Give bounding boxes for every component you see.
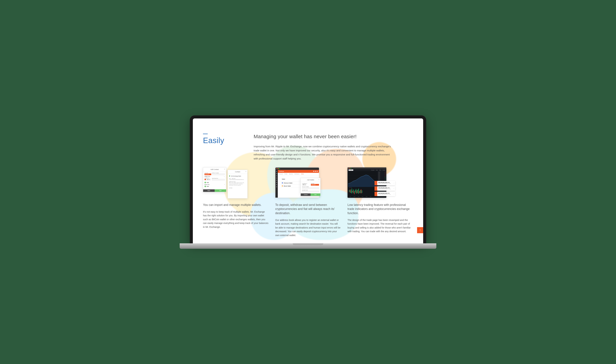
sidebar-icon[interactable]: [276, 182, 277, 183]
tab-account[interactable]: Account: [279, 173, 283, 174]
sidebar-icon[interactable]: [276, 178, 277, 179]
card-badge-icon: [375, 186, 377, 191]
card-badge-icon: [375, 181, 377, 185]
window-titlebar: [275, 168, 319, 170]
trade-toolbar: LTC/BTC Compare Chart Draw Studies: [348, 169, 386, 171]
header-icon[interactable]: [315, 171, 316, 172]
svg-text:14:00: 14:00: [370, 196, 371, 197]
card-badge-icon: [375, 192, 377, 196]
secret-key-input[interactable]: [302, 191, 319, 192]
wallet-name-input[interactable]: [302, 187, 319, 189]
feature-title: Low latency trading feature with profess…: [348, 203, 413, 215]
svg-rect-13: [357, 190, 357, 193]
pair-selector[interactable]: LTC/BTC: [348, 169, 353, 171]
feature-wallets-illustration: Add Contact × COLOR #FFC0C2: [203, 167, 268, 199]
destination-input[interactable]: [212, 179, 225, 181]
header-icon[interactable]: [317, 171, 318, 172]
sidebar-icon[interactable]: [276, 171, 277, 172]
svg-rect-12: [356, 189, 356, 193]
feature-body: It's not easy to keep track of multiple …: [203, 210, 268, 229]
svg-rect-15: [358, 189, 359, 194]
add-bank-row-button[interactable]: + Add: [204, 186, 225, 187]
feature-title: You can import and manage multiple walle…: [203, 203, 268, 207]
svg-rect-8: [352, 191, 353, 192]
feature-body: The design of the trade page has been re…: [348, 218, 413, 233]
display-name-input[interactable]: [212, 173, 225, 175]
svg-rect-6: [351, 190, 351, 193]
back-button[interactable]: Back: [203, 189, 215, 192]
app-sidebar: [275, 170, 278, 198]
balance-card[interactable]: 303,948,981,000 LTC Litecoin 9,093,034,9…: [375, 181, 395, 185]
tab-verification[interactable]: Verification: [294, 173, 299, 174]
settings-header: Settings: [279, 171, 284, 172]
plus-icon: +: [204, 182, 206, 183]
chevron-down-icon[interactable]: ⌄: [224, 176, 225, 177]
tab-wallet[interactable]: Wallet: [301, 173, 304, 174]
currency-select[interactable]: BTC ▾: [206, 179, 211, 180]
svg-text:13:00: 13:00: [366, 196, 367, 197]
status-dot-icon: [229, 176, 230, 177]
cancel-button[interactable]: Cancel: [301, 193, 310, 196]
sidebar-icon[interactable]: [276, 184, 277, 185]
edit-button[interactable]: Edit: [215, 189, 226, 192]
toolbar-draw[interactable]: Draw: [379, 169, 381, 171]
add-wallet-dialog: Add Wallet × CURRENCY BTC ▾: [301, 178, 321, 196]
price-chart[interactable]: Sale / Buy: [348, 171, 377, 198]
add-wallet-row-button[interactable]: + Add: [204, 182, 225, 183]
feature-deposit: Settings Accoun: [275, 167, 341, 237]
feature-trading-illustration: LTC/BTC Compare Chart Draw Studies: [348, 167, 413, 199]
svg-rect-18: [361, 189, 361, 193]
toolbar-studies[interactable]: Studies: [382, 169, 385, 171]
tab-security[interactable]: Security: [289, 173, 293, 174]
page-title: Managing your wallet has never been easi…: [254, 134, 413, 139]
wallet-address: rosjbsrihlzrfperfksiftdlpkdtprewlzcicx: [229, 179, 246, 180]
toolbar-compare[interactable]: Compare: [371, 169, 375, 171]
scroll-to-top-button[interactable]: ↑: [417, 227, 423, 233]
close-icon[interactable]: ×: [318, 179, 319, 181]
card-subtitle: Litecoin 9,093,034,938 LTC / BTC: [378, 183, 392, 184]
chevron-right-icon[interactable]: ›: [224, 184, 225, 185]
feature-deposit-illustration: Settings Accoun: [275, 167, 341, 199]
svg-rect-19: [362, 190, 362, 193]
svg-rect-10: [354, 191, 355, 194]
currency-badge-icon: [204, 179, 206, 180]
svg-text:9:00: 9:00: [349, 196, 351, 197]
header-icon[interactable]: [313, 171, 314, 172]
laptop-base: [180, 243, 436, 249]
balance-card[interactable]: 303,948,981,000 LTC Litecoin 9,093,034,9…: [375, 186, 395, 191]
add-button[interactable]: Add: [310, 193, 320, 196]
wallet-panel-label: Wallet: [282, 179, 285, 180]
feature-body: Our address book allows you to register …: [275, 218, 341, 237]
feature-trading: LTC/BTC Compare Chart Draw Studies: [348, 167, 413, 237]
svg-rect-11: [355, 190, 355, 192]
balance-card[interactable]: 303,948,981,000 LTC Litecoin 9,093,034,9…: [375, 192, 395, 196]
card-amount: 303,948,981,000 LTC: [378, 187, 392, 188]
feature-wallets: Add Contact × COLOR #FFC0C2: [203, 167, 268, 237]
plus-icon: +: [204, 186, 206, 187]
currency-select[interactable]: BTC ▾: [302, 184, 306, 186]
sidebar-icon[interactable]: [276, 175, 277, 176]
svg-rect-9: [353, 190, 354, 193]
tab-profile[interactable]: Profile: [284, 173, 287, 174]
toolbar-chart[interactable]: Chart: [376, 169, 378, 171]
color-swatch[interactable]: #FFC0C2: [204, 173, 211, 175]
dialog-title: Contact: [235, 171, 240, 173]
sidebar-icon[interactable]: [276, 173, 277, 174]
contact-name: Mr.Exchange Bank: [231, 176, 241, 177]
section-tag: Easily: [203, 134, 240, 161]
wallet-color-dot: [282, 185, 283, 186]
close-icon[interactable]: ×: [224, 168, 225, 170]
color-swatch[interactable]: #FFC0C2: [311, 184, 319, 186]
svg-rect-5: [350, 189, 350, 193]
svg-rect-14: [358, 190, 358, 193]
close-icon[interactable]: ×: [245, 171, 246, 172]
sidebar-icon[interactable]: [276, 180, 277, 181]
svg-rect-16: [359, 191, 360, 193]
sidebar-icon[interactable]: [276, 186, 277, 187]
svg-rect-7: [352, 189, 352, 193]
section-tag-text: Easily: [203, 136, 240, 145]
card-amount: 303,948,981,000 LTC: [378, 193, 392, 194]
svg-rect-17: [360, 190, 361, 193]
laptop-device-frame: Easily Managing your wallet has never be…: [190, 116, 426, 249]
card-subtitle: Litecoin 9,093,034,938 LTC / BTC: [378, 188, 392, 190]
